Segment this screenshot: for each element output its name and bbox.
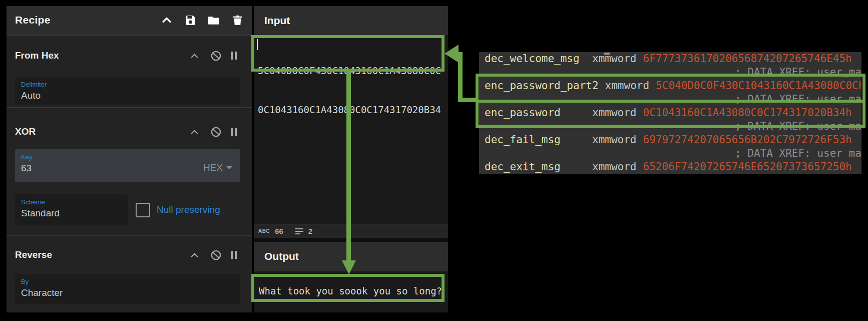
xor-scheme-value[interactable]: Standard xyxy=(21,208,128,219)
hex-value: 6F777373617020656874207265746E45h xyxy=(643,53,852,65)
chevron-up-icon xyxy=(161,14,173,26)
xref-comment: ; DATA XREF: user_ma xyxy=(735,147,861,159)
delimiter-label: Delimiter xyxy=(21,81,240,88)
arrow-down-head-icon xyxy=(342,260,356,274)
disassembly-row: dec_exit_msgxmmword65206F74207265746E652… xyxy=(479,160,861,174)
breakpoint-pause-icon[interactable] xyxy=(231,128,237,136)
delimiter-field[interactable]: Delimiter Auto xyxy=(15,77,240,105)
operation-divider xyxy=(7,107,252,108)
arrow-left-horizontal-shaft xyxy=(458,98,478,102)
operation-title-from-hex: From Hex xyxy=(15,50,59,61)
hex-value: 69797274207065656B202C7972726F53h xyxy=(643,134,852,146)
collapse-operation-icon[interactable] xyxy=(188,49,201,62)
null-preserving-label: Null preserving xyxy=(157,204,220,215)
reverse-by-field[interactable]: By Character xyxy=(15,274,240,304)
xor-scheme-label: Scheme xyxy=(21,198,128,206)
data-type-keyword: xmmword xyxy=(592,53,637,65)
xor-scheme-field[interactable]: Scheme Standard xyxy=(15,194,128,225)
reverse-by-value[interactable]: Character xyxy=(21,287,240,298)
disable-operation-icon[interactable] xyxy=(209,248,222,261)
symbol-name: dec_welcome_msg xyxy=(485,52,586,66)
null-preserving-checkbox[interactable] xyxy=(136,203,150,217)
input-title: Input xyxy=(264,15,290,27)
save-icon xyxy=(184,14,197,27)
operation-divider xyxy=(7,235,252,236)
symbol-name: dec_fail_msg xyxy=(485,133,586,147)
clipped-text-artifact xyxy=(604,53,610,55)
screenshot-root: Recipe xyxy=(0,0,868,321)
xref-comment-row: ; DATA XREF: user_ma xyxy=(479,147,861,160)
reverse-by-label: By xyxy=(21,278,240,285)
input-highlight-box xyxy=(251,35,445,72)
breakpoint-pause-icon[interactable] xyxy=(231,251,237,259)
key-format-value: HEX xyxy=(203,162,223,173)
io-panel-divider xyxy=(254,238,448,242)
arrow-down-shaft xyxy=(346,70,351,261)
xor-key-label: Key xyxy=(21,153,240,161)
disable-operation-icon[interactable] xyxy=(209,49,222,62)
key-format-dropdown[interactable]: HEX xyxy=(203,162,232,173)
data-type-keyword: xmmword xyxy=(592,161,637,173)
arrow-left-head-icon xyxy=(445,45,459,63)
hex-value: 65206F74207265746E65207373657250h xyxy=(643,161,852,173)
recipe-header: Recipe xyxy=(7,6,252,36)
enc-password-part2-highlight-box xyxy=(476,74,865,103)
delimiter-value[interactable]: Auto xyxy=(21,90,240,101)
operation-title-reverse: Reverse xyxy=(15,249,52,260)
trash-icon xyxy=(232,14,243,27)
clear-recipe-button[interactable] xyxy=(231,14,244,27)
input-status-bar: ABC 66 2 xyxy=(254,224,448,238)
output-highlight-box xyxy=(251,274,445,302)
arrow-left-vertical-shaft xyxy=(458,52,463,102)
xor-key-field[interactable]: Key 63 HEX xyxy=(15,149,240,182)
recipe-title: Recipe xyxy=(15,14,51,26)
load-recipe-button[interactable] xyxy=(207,14,220,27)
folder-icon xyxy=(207,14,220,27)
recipe-panel: Recipe xyxy=(7,6,252,312)
char-count: 66 xyxy=(275,227,283,235)
disassembly-row: dec_fail_msgxmmword69797274207065656B202… xyxy=(479,133,861,147)
collapse-operation-icon[interactable] xyxy=(188,125,201,138)
symbol-name: dec_exit_msg xyxy=(485,160,586,174)
disable-operation-icon[interactable] xyxy=(209,125,222,138)
chevron-down-icon xyxy=(226,166,232,169)
collapse-recipe-button[interactable] xyxy=(160,14,173,27)
enc-password-highlight-box xyxy=(476,100,865,128)
data-type-keyword: xmmword xyxy=(592,134,637,146)
output-title: Output xyxy=(264,250,299,262)
disassembly-row: dec_welcome_msgxmmword6F7773736170206568… xyxy=(479,52,861,66)
save-recipe-button[interactable] xyxy=(184,14,197,27)
input-header: Input xyxy=(254,6,448,35)
breakpoint-pause-icon[interactable] xyxy=(231,52,237,60)
line-count: 2 xyxy=(308,227,312,235)
char-count-icon: ABC xyxy=(258,228,270,234)
line-count-icon xyxy=(295,228,303,234)
collapse-operation-icon[interactable] xyxy=(188,248,201,261)
operation-title-xor: XOR xyxy=(15,126,36,137)
